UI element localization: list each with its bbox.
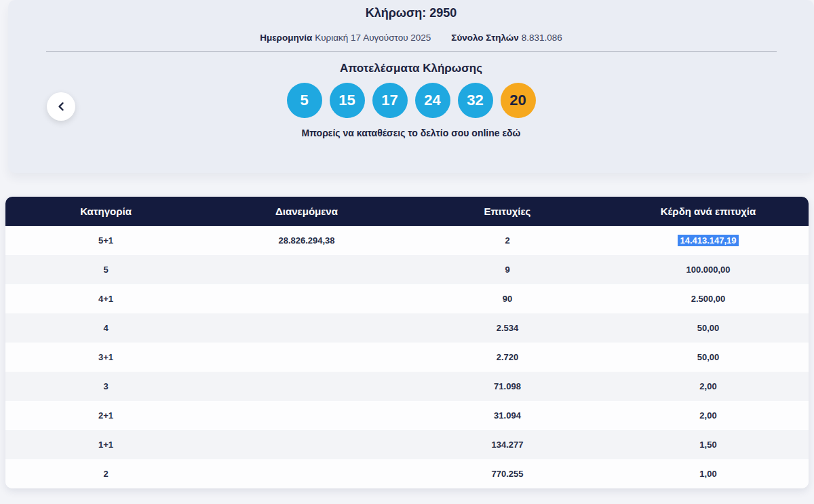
- deposit-online-link[interactable]: Μπορείς να καταθέσεις το δελτίο σου onli…: [8, 128, 814, 138]
- winning-number-ball: 17: [372, 83, 408, 118]
- winning-number-ball: 5: [287, 83, 322, 118]
- col-header-winners: Επιτυχίες: [407, 206, 608, 217]
- col-header-prize: Κέρδη ανά επιτυχία: [608, 206, 809, 217]
- cell-winners: 71.098: [407, 381, 608, 391]
- prize-table: Κατηγορία Διανεμόμενα Επιτυχίες Κέρδη αν…: [5, 197, 809, 488]
- cell-prize: 2,00: [608, 381, 809, 391]
- table-row: 2 770.255 1,00: [5, 459, 809, 488]
- cell-winners: 770.255: [407, 469, 608, 479]
- table-row: 3+1 2.720 50,00: [5, 343, 809, 372]
- cell-winners: 90: [407, 294, 608, 304]
- prize-table-header: Κατηγορία Διανεμόμενα Επιτυχίες Κέρδη αν…: [5, 197, 809, 226]
- cell-winners: 2.534: [407, 323, 608, 333]
- total-columns-value: 8.831.086: [522, 33, 562, 43]
- draw-summary-section: Κλήρωση: 2950 ΗμερομηνίαΚυριακή 17 Αυγού…: [8, 0, 814, 173]
- cell-prize: 100.000,00: [608, 265, 809, 275]
- cell-winners: 2: [407, 235, 608, 246]
- bonus-number-ball: 20: [501, 83, 536, 118]
- cell-prize: 1,50: [608, 440, 809, 450]
- cell-category: 2+1: [5, 410, 206, 421]
- selected-prize-value: 14.413.147,19: [678, 235, 738, 246]
- cell-prize: 50,00: [608, 323, 809, 333]
- table-row: 1+1 134.277 1,50: [5, 430, 809, 459]
- chevron-left-icon: [57, 102, 65, 111]
- previous-draw-button[interactable]: [47, 92, 75, 121]
- col-header-distributed: Διανεμόμενα: [206, 206, 407, 217]
- winning-numbers: 5 15 17 24 32 20: [8, 83, 814, 118]
- section-divider: [46, 51, 777, 52]
- draw-meta: ΗμερομηνίαΚυριακή 17 Αυγούστου 2025 Σύνο…: [8, 33, 814, 43]
- col-header-category: Κατηγορία: [5, 206, 206, 217]
- winning-number-ball: 15: [330, 83, 365, 118]
- table-row: 3 71.098 2,00: [5, 372, 809, 401]
- cell-category: 5+1: [5, 235, 206, 246]
- results-title: Αποτελέσματα Κλήρωσης: [8, 62, 814, 75]
- cell-category: 3: [5, 381, 206, 391]
- total-columns-label: Σύνολο Στηλών: [451, 33, 518, 43]
- cell-category: 3+1: [5, 352, 206, 362]
- table-row: 4 2.534 50,00: [5, 313, 809, 343]
- draw-title: Κλήρωση: 2950: [8, 0, 814, 20]
- cell-winners: 134.277: [407, 440, 608, 450]
- cell-category: 2: [5, 469, 206, 479]
- draw-date-value: Κυριακή 17 Αυγούστου 2025: [315, 33, 431, 43]
- cell-prize: 2,00: [608, 410, 809, 421]
- cell-winners: 2.720: [407, 352, 608, 362]
- total-columns: Σύνολο Στηλών8.831.086: [451, 33, 562, 43]
- cell-distributed: 28.826.294,38: [206, 235, 407, 246]
- cell-prize: 1,00: [608, 469, 809, 479]
- table-row: 2+1 31.094 2,00: [5, 401, 809, 430]
- draw-date: ΗμερομηνίαΚυριακή 17 Αυγούστου 2025: [260, 33, 431, 43]
- cell-winners: 9: [407, 265, 608, 275]
- winning-number-ball: 24: [415, 83, 450, 118]
- cell-category: 4+1: [5, 294, 206, 304]
- table-row: 5+1 28.826.294,38 2 14.413.147,19: [5, 226, 809, 255]
- cell-prize: 50,00: [608, 352, 809, 362]
- draw-date-label: Ημερομηνία: [260, 33, 312, 43]
- cell-prize: 2.500,00: [608, 294, 809, 304]
- cell-category: 4: [5, 323, 206, 333]
- cell-category: 1+1: [5, 440, 206, 450]
- winning-number-ball: 32: [458, 83, 493, 118]
- cell-winners: 31.094: [407, 410, 608, 421]
- table-row: 5 9 100.000,00: [5, 255, 809, 284]
- cell-category: 5: [5, 265, 206, 275]
- table-row: 4+1 90 2.500,00: [5, 284, 809, 313]
- cell-prize: 14.413.147,19: [608, 235, 809, 246]
